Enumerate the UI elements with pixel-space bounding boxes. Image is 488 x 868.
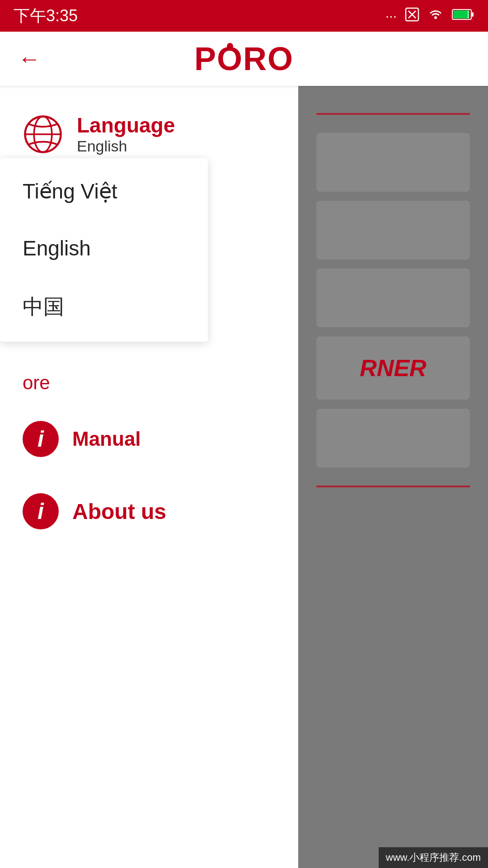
dropdown-item-en[interactable]: English: [0, 220, 208, 277]
language-dropdown[interactable]: Tiếng Việt English 中国: [0, 158, 208, 342]
more-text: ore: [23, 372, 50, 394]
more-section: ore: [0, 363, 298, 403]
status-bar: 下午3:35 ···: [0, 0, 488, 32]
right-card-4: [316, 409, 470, 467]
battery-icon: [452, 8, 474, 24]
watermark: www.小程序推荐.com: [379, 847, 488, 868]
about-info-letter: i: [38, 500, 44, 523]
svg-rect-4: [453, 10, 469, 19]
logo-o: O: [217, 40, 243, 77]
dropdown-item-vi[interactable]: Tiếng Việt: [0, 163, 208, 220]
logo-p: P: [194, 40, 217, 77]
info-letter: i: [38, 428, 44, 450]
wifi-icon: [427, 6, 444, 26]
right-panel: RNER www.小程序推荐.com: [298, 86, 488, 868]
globe-icon: [23, 114, 63, 155]
right-rner-text: RNER: [316, 336, 470, 400]
right-card-2: [316, 201, 470, 259]
about-us-section[interactable]: i About us: [0, 475, 298, 547]
right-card-3: [316, 269, 470, 327]
close-icon: [405, 7, 419, 25]
left-panel: Language English Tiếng Việt English 中国 o…: [0, 86, 298, 868]
logo: P O RO: [194, 40, 294, 77]
more-icon: ···: [385, 8, 397, 24]
svg-rect-5: [471, 12, 474, 17]
language-current-value: English: [77, 137, 175, 155]
language-row[interactable]: Language English: [23, 113, 276, 155]
right-divider-bottom: [316, 486, 470, 487]
manual-label: Manual: [72, 428, 141, 450]
language-section: Language English Tiếng Việt English 中国: [0, 86, 298, 173]
manual-icon: i: [23, 421, 59, 457]
about-icon: i: [23, 493, 59, 529]
manual-section[interactable]: i Manual: [0, 403, 298, 475]
status-icons: ···: [385, 6, 474, 26]
right-panel-content: RNER: [298, 86, 488, 514]
status-time: 下午3:35: [14, 5, 78, 27]
back-button[interactable]: ←: [18, 47, 41, 70]
main-content: Language English Tiếng Việt English 中国 o…: [0, 86, 488, 868]
dropdown-item-zh[interactable]: 中国: [0, 277, 208, 337]
right-card-1: [316, 133, 470, 192]
language-text-block: Language English: [77, 113, 175, 155]
logo-ro: RO: [243, 40, 294, 77]
right-divider-top: [316, 113, 470, 115]
header: ← P O RO: [0, 32, 488, 86]
language-label: Language: [77, 113, 175, 137]
about-us-label: About us: [72, 499, 166, 524]
